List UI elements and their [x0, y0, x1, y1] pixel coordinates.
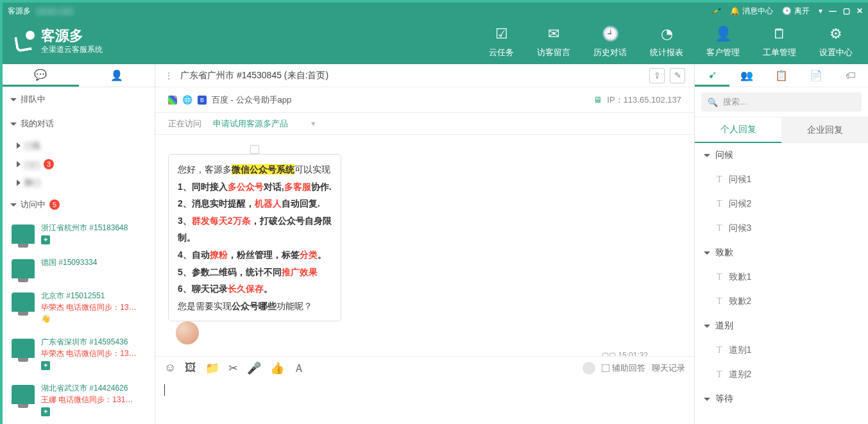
monitor-icon: 🖥	[593, 95, 602, 105]
my-chat-item[interactable]: ▢泓	[3, 136, 155, 155]
reply-group[interactable]: 道别	[695, 314, 868, 338]
thumb-icon[interactable]: 👍	[270, 361, 284, 375]
chrome-icon: 🌐	[182, 95, 192, 105]
hnav-icon: 🗒	[770, 25, 788, 43]
visiting-label: 正在访问	[168, 118, 201, 130]
right-panel: ➹ 👥 📋 📄 🏷 🔍搜索... 个人回复 企业回复 问候T问候1T问候2T问候…	[695, 64, 868, 424]
leave-button[interactable]: 🕒离开	[782, 6, 810, 17]
reply-item[interactable]: T致歉1	[695, 265, 868, 289]
app-name: 客源多	[8, 6, 31, 17]
msg-checkbox[interactable]	[250, 145, 259, 154]
folder-icon[interactable]: 📁	[205, 361, 219, 375]
group-my-chat-label: 我的对话	[21, 118, 54, 130]
search-icon: 🔍	[708, 98, 718, 107]
hnav-label: 客户管理	[706, 47, 740, 58]
reply-item[interactable]: T问候1	[695, 167, 868, 192]
hnav-icon: ◔	[658, 25, 676, 43]
hnav-label: 工单管理	[763, 47, 796, 58]
hnav-1[interactable]: ✉访客留言	[537, 25, 570, 58]
visitor-item[interactable]: 湖北省武汉市 #14424626王娜 电话微信同步：131…✦	[3, 377, 155, 423]
reply-group[interactable]: 问候	[695, 143, 868, 167]
brand-name: 客源多	[41, 29, 103, 43]
visiting-link[interactable]: 申请试用客源多产品	[213, 118, 288, 130]
tab-contact-icon[interactable]: 👤	[79, 64, 155, 87]
hnav-icon: ⚙	[827, 25, 845, 43]
hnav-6[interactable]: ⚙设置中心	[819, 25, 853, 58]
hnav-2[interactable]: 🕘历史对话	[593, 25, 627, 58]
hnav-4[interactable]: 👤客户管理	[706, 25, 740, 58]
baidu-icon: B	[198, 96, 207, 105]
windows-icon	[168, 96, 177, 105]
dropdown-icon[interactable]: ▾	[819, 6, 822, 15]
hnav-icon: ✉	[545, 25, 563, 43]
mini-avatar-icon	[583, 362, 595, 375]
hnav-3[interactable]: ◔统计报表	[650, 25, 683, 58]
group-my-chat[interactable]: 我的对话	[3, 112, 155, 136]
brand-sub: 全渠道云客服系统	[41, 44, 103, 55]
chat-log-link[interactable]: 聊天记录	[652, 362, 685, 374]
reply-item[interactable]: T致歉2	[695, 289, 868, 314]
hnav-label: 统计报表	[650, 47, 683, 58]
rtab-ticket-icon[interactable]: 🏷	[833, 64, 868, 87]
msg-timestamp: ▢▢ 15:01:32	[168, 351, 648, 356]
title-blur: ▢▢▢ ▢▢	[36, 6, 73, 15]
visitor-item[interactable]: 广东省深圳市 #14595436毕荣杰 电话微信同步：13…✦	[3, 331, 155, 377]
rtab-card-icon[interactable]: 📋	[764, 64, 799, 87]
monitor-icon	[12, 225, 35, 244]
reply-item[interactable]: T问候2	[695, 192, 868, 216]
rtab-home-icon[interactable]: ➹	[695, 64, 729, 87]
reply-item[interactable]: T道别1	[695, 338, 868, 362]
left-panel: 💬 👤 排队中 我的对话 ▢泓▢▢3孙▢ 访问中5 浙江省杭州市 #151836…	[3, 64, 155, 424]
hnav-label: 历史对话	[593, 47, 627, 58]
image-icon[interactable]: 🖼	[185, 361, 196, 375]
hnav-label: 云任务	[489, 47, 514, 58]
visitor-item[interactable]: 德国 #15093334	[3, 251, 155, 285]
visitor-item[interactable]: 北京市 #15012551毕荣杰 电话微信同步：13… 👋	[3, 285, 155, 331]
edit-icon[interactable]	[712, 10, 721, 12]
search-input[interactable]: 🔍搜索...	[701, 92, 862, 112]
cut-icon[interactable]: ✂	[228, 361, 238, 375]
font-icon[interactable]: Ａ	[293, 360, 305, 376]
note-icon[interactable]: ✎	[670, 68, 685, 83]
message-input[interactable]	[155, 379, 694, 424]
mic-icon[interactable]: 🎤	[247, 361, 261, 375]
maximize-button[interactable]: ▢	[843, 6, 850, 15]
agent-avatar	[176, 321, 199, 344]
hnav-icon: 👤	[714, 25, 732, 43]
my-chat-item[interactable]: ▢▢3	[3, 155, 155, 173]
more-icon[interactable]: ⋮	[164, 71, 174, 81]
reply-group[interactable]: 致歉	[695, 241, 868, 265]
reply-item[interactable]: T问候3	[695, 216, 868, 241]
hnav-label: 访客留言	[537, 47, 570, 58]
assist-toggle[interactable]: 辅助回答	[602, 362, 645, 374]
tab-chat-icon[interactable]: 💬	[3, 64, 79, 87]
hnav-0[interactable]: ☑云任务	[489, 25, 514, 58]
chat-panel: ⋮ 广东省广州市 #14530845 (来自:首页) ⇪ ✎ 🌐 B 百度 - …	[155, 64, 695, 424]
clock-icon: 🕒	[782, 6, 792, 15]
collapse-icon[interactable]: ▾	[311, 119, 316, 128]
rtab-form-icon[interactable]: 📄	[799, 64, 833, 87]
export-icon[interactable]: ⇪	[649, 68, 665, 83]
rtab-user-icon[interactable]: 👥	[729, 64, 764, 87]
monitor-icon	[12, 339, 35, 358]
group-visiting-label: 访问中	[21, 199, 46, 210]
message-center-button[interactable]: 🔔消息中心	[730, 6, 773, 17]
reply-item[interactable]: T道别2	[695, 362, 868, 387]
search-placeholder: 搜索...	[723, 96, 747, 108]
message-bubble: 您好，客源多微信公众号系统可以实现 1、同时接入多公众号对话,多客服协作. 2、…	[168, 154, 341, 321]
ip-text: IP：113.65.102.137	[607, 94, 681, 106]
group-visiting[interactable]: 访问中5	[3, 192, 155, 217]
minimize-button[interactable]: —	[829, 6, 837, 15]
reply-group[interactable]: 等待	[695, 387, 868, 411]
visitor-item[interactable]: 浙江省杭州市 #15183648✦	[3, 217, 155, 251]
title-bar: 客源多 ▢▢▢ ▢▢ 🔔消息中心 🕒离开 ▾ — ▢ ✕	[3, 3, 868, 19]
brand: 客源多 全渠道云客服系统	[13, 29, 103, 55]
emoji-icon[interactable]: ☺	[164, 361, 176, 375]
close-button[interactable]: ✕	[856, 6, 863, 15]
my-chat-item[interactable]: 孙▢	[3, 173, 155, 192]
group-queue[interactable]: 排队中	[3, 87, 155, 112]
hnav-5[interactable]: 🗒工单管理	[763, 25, 796, 58]
tab-corp-reply[interactable]: 企业回复	[781, 117, 868, 143]
tab-personal-reply[interactable]: 个人回复	[695, 117, 781, 143]
group-queue-label: 排队中	[21, 94, 46, 105]
